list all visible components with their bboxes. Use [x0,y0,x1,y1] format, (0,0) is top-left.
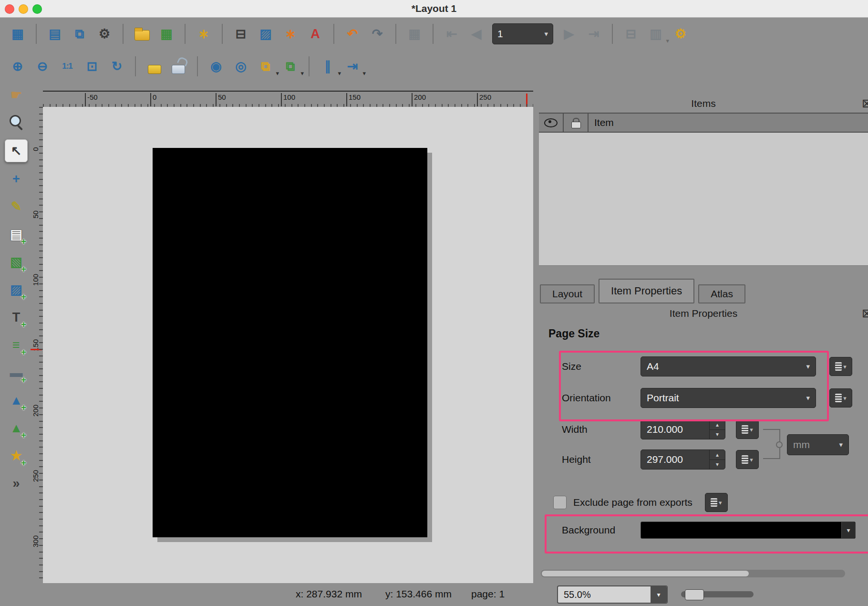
add-picture-icon[interactable]: ▨ [5,279,27,301]
add-3d-map-icon[interactable]: ▧ [5,251,27,273]
previous-feature-icon[interactable]: ◀ [465,23,487,45]
print-icon[interactable]: ⊟ [230,23,252,45]
zoom-actual-icon[interactable]: 1:1 [56,55,78,77]
page-readout: page: 1 [471,588,505,600]
exclude-page-checkbox[interactable] [553,496,567,509]
save-as-template-icon[interactable]: ▦ [155,23,177,45]
data-defined-override-icon [742,455,748,464]
spin-up-button[interactable]: ▴ [710,420,725,430]
items-panel-header: Items ⊠ [539,94,868,113]
select-move-item-icon[interactable]: ↖ [5,139,28,162]
add-items-from-template-icon[interactable]: ∗ [193,23,215,45]
panel-horizontal-scrollbar[interactable] [541,570,845,577]
background-color-button[interactable]: ▾ [641,522,856,539]
print-atlas-icon[interactable]: ⊟ [620,23,642,45]
cursor-x-readout: x: 287.932 mm [296,588,362,600]
lock-aspect-ratio-link[interactable] [763,429,780,459]
close-item-properties-icon[interactable]: ⊠ [862,306,868,320]
refresh-icon[interactable]: ↻ [106,55,128,77]
zoom-in-icon[interactable]: ⊕ [7,55,29,77]
zoom-level-combo[interactable]: 55.0% ▾ [557,585,668,604]
chevron-down-icon[interactable]: ▾ [651,586,667,603]
zoom-slider-handle[interactable] [685,589,704,600]
atlas-page-combo[interactable]: 1 ▾ [492,23,553,44]
minimize-window-button[interactable] [19,4,28,14]
lock-selected-items-icon[interactable] [143,55,165,77]
chevron-down-icon: ▾ [843,395,847,402]
add-marker-icon[interactable]: ★ [5,445,27,467]
tab-item-properties[interactable]: Item Properties [599,279,694,303]
save-project-icon[interactable]: ▦ [7,23,29,45]
window-title: *Layout 1 [0,0,868,17]
scrollbar-thumb[interactable] [542,571,749,576]
unlock-all-items-icon[interactable] [168,55,190,77]
edit-nodes-item-icon[interactable]: ✎ [5,196,27,218]
exclude-override-button[interactable]: ▾ [705,493,728,512]
height-input[interactable]: 297.000 ▴ ▾ [641,449,725,470]
status-bar: x: 287.932 mm y: 153.466 mm page: 1 55.0… [0,583,868,606]
last-feature-icon[interactable]: ⇥ [583,23,605,45]
maximize-window-button[interactable] [32,4,42,14]
tab-layout[interactable]: Layout [540,284,595,303]
resize-items-icon[interactable]: ⇥ [341,55,363,77]
zoom-full-icon[interactable]: ⊡ [81,55,103,77]
add-scalebar-icon[interactable]: ▬ [5,362,27,384]
zoom-tool-icon[interactable] [5,112,27,134]
zoom-slider[interactable] [681,591,754,597]
export-pdf-icon[interactable]: A [304,23,326,45]
spin-down-button[interactable]: ▾ [710,430,725,439]
redo-icon[interactable]: ↷ [366,23,388,45]
item-column-header: Item [589,117,868,128]
duplicate-layout-icon[interactable]: ⧉ [69,23,91,45]
toolbox-more-icon[interactable]: » [5,472,27,494]
select-all-items-icon[interactable]: ◉ [205,55,227,77]
load-template-icon[interactable] [131,23,153,45]
undo-icon[interactable]: ↶ [341,23,363,45]
export-atlas-icon[interactable]: ▥ [645,23,667,45]
orientation-select[interactable]: Portrait ▾ [641,388,816,408]
export-image-icon[interactable]: ▨ [255,23,277,45]
layout-canvas[interactable] [43,107,533,583]
deselect-all-items-icon[interactable]: ◎ [230,55,252,77]
traffic-lights [5,4,42,14]
orientation-override-button[interactable]: ▾ [829,388,852,407]
preview-atlas-icon[interactable]: ▦ [403,23,425,45]
width-input[interactable]: 210.000 ▴ ▾ [641,419,725,439]
distribute-items-icon[interactable]: ∥ [317,55,339,77]
units-select[interactable]: mm ▾ [787,434,849,455]
width-override-button[interactable]: ▾ [736,420,759,439]
layout-page[interactable] [153,148,427,537]
move-item-content-icon[interactable]: + [5,168,27,190]
add-label-icon[interactable]: T [5,306,27,328]
add-shape-icon[interactable]: ▲ [5,417,27,439]
new-layout-icon[interactable]: ▤ [44,23,66,45]
right-dock: Items ⊠ Item Layout Item Properties Atla… [539,89,868,583]
lock-icon [570,117,581,128]
pan-layout-icon[interactable]: ☛ [5,84,27,106]
add-map-icon[interactable]: ▤ [5,223,27,245]
add-north-arrow-icon[interactable]: ▲ [5,389,27,411]
spin-down-button[interactable]: ▾ [710,460,725,470]
chevron-down-icon[interactable]: ▾ [841,522,855,538]
size-select[interactable]: A4 ▾ [641,356,816,376]
size-override-button[interactable]: ▾ [829,357,852,376]
atlas-settings-icon[interactable]: ⚙ [670,23,692,45]
align-selected-items-icon[interactable]: ⧉ [279,55,301,77]
close-items-panel-icon[interactable]: ⊠ [862,96,868,110]
export-svg-icon[interactable]: ∗ [279,23,301,45]
orientation-label: Orientation [562,392,641,404]
raise-selected-items-icon[interactable]: ⧉ [255,55,277,77]
height-spin-buttons: ▴ ▾ [709,450,725,469]
close-window-button[interactable] [5,4,14,14]
items-list[interactable] [539,133,868,266]
zoom-out-icon[interactable]: ⊖ [31,55,53,77]
first-feature-icon[interactable]: ⇤ [441,23,463,45]
add-legend-icon[interactable]: ≡ [5,334,27,356]
layout-manager-icon[interactable]: ⚙ [93,23,115,45]
tab-atlas[interactable]: Atlas [698,284,745,303]
height-override-button[interactable]: ▾ [736,450,759,469]
next-feature-icon[interactable]: ▶ [558,23,580,45]
layout-toolbox: ☛ ↖ + ✎ ▤ ▧ ▨ T ≡ [2,84,30,494]
zoom-level-value: 55.0% [558,589,651,600]
spin-up-button[interactable]: ▴ [710,450,725,460]
